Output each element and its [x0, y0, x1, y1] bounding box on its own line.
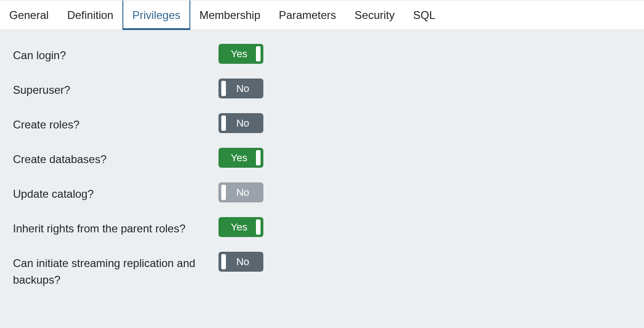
inherit-rights-label: Inherit rights from the parent roles? — [13, 217, 219, 237]
streaming-replication-label: Can initiate streaming replication and b… — [13, 252, 219, 288]
privilege-row: Create databases? Yes — [13, 148, 631, 168]
streaming-replication-toggle[interactable]: No — [219, 252, 263, 272]
create-databases-label: Create databases? — [13, 148, 219, 168]
toggle-knob — [221, 115, 226, 131]
privilege-row: Superuser? No — [13, 79, 631, 98]
tab-parameters[interactable]: Parameters — [270, 0, 346, 30]
privilege-row: Can login? Yes — [13, 44, 631, 64]
toggle-text: Yes — [231, 152, 248, 164]
privilege-row: Inherit rights from the parent roles? Ye… — [13, 217, 631, 237]
privilege-row: Update catalog? No — [13, 182, 631, 202]
toggle-knob — [256, 150, 261, 165]
update-catalog-label: Update catalog? — [13, 182, 219, 202]
toggle-text: No — [236, 256, 249, 268]
tab-general[interactable]: General — [0, 0, 58, 30]
toggle-text: No — [236, 117, 249, 129]
toggle-text: Yes — [231, 48, 248, 60]
superuser-toggle[interactable]: No — [219, 79, 263, 98]
toggle-knob — [221, 81, 226, 96]
toggle-text: Yes — [231, 221, 248, 233]
tab-membership[interactable]: Membership — [190, 0, 270, 30]
toggle-knob — [221, 185, 226, 200]
tab-bar: General Definition Privileges Membership… — [0, 0, 644, 30]
create-roles-toggle[interactable]: No — [219, 113, 263, 133]
toggle-knob — [221, 254, 226, 269]
toggle-knob — [256, 219, 261, 235]
tab-sql[interactable]: SQL — [404, 0, 444, 30]
inherit-rights-toggle[interactable]: Yes — [219, 217, 263, 237]
tab-security[interactable]: Security — [346, 0, 404, 30]
privileges-panel: Can login? Yes Superuser? No Create role… — [0, 30, 644, 317]
toggle-text: No — [236, 187, 249, 199]
tab-definition[interactable]: Definition — [58, 0, 122, 30]
update-catalog-toggle: No — [219, 182, 263, 202]
toggle-knob — [256, 46, 261, 61]
tab-privileges[interactable]: Privileges — [122, 0, 190, 30]
privilege-row: Create roles? No — [13, 113, 631, 133]
can-login-label: Can login? — [13, 44, 219, 64]
can-login-toggle[interactable]: Yes — [219, 44, 263, 64]
toggle-text: No — [236, 83, 249, 95]
create-databases-toggle[interactable]: Yes — [219, 148, 263, 168]
create-roles-label: Create roles? — [13, 113, 219, 133]
privilege-row: Can initiate streaming replication and b… — [13, 252, 631, 288]
superuser-label: Superuser? — [13, 79, 219, 98]
